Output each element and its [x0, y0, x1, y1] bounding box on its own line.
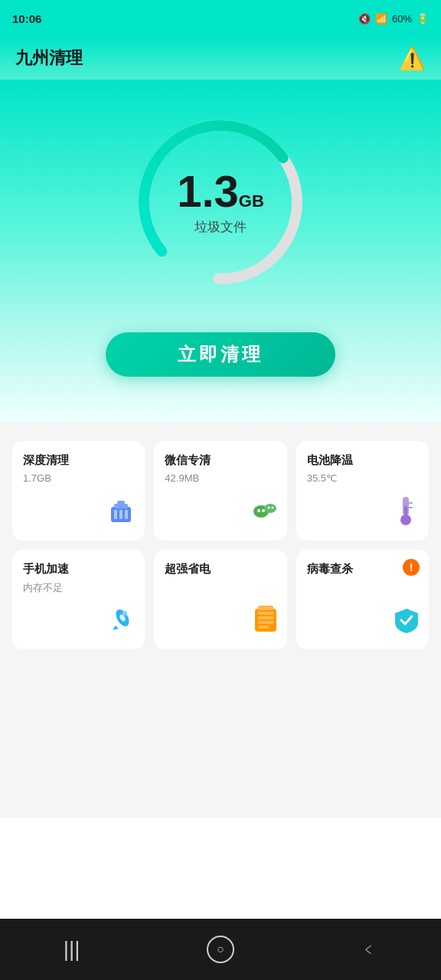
- battery-cool-card[interactable]: 电池降温 35.5℃: [296, 441, 429, 541]
- thermometer-icon: [394, 495, 418, 533]
- deep-clean-icon: [106, 496, 136, 531]
- speed-up-card[interactable]: 手机加速 内存不足: [12, 550, 145, 649]
- svg-point-13: [271, 507, 273, 509]
- power-save-card[interactable]: 超强省电: [154, 550, 286, 649]
- clean-button[interactable]: 立即清理: [106, 332, 335, 377]
- status-bar: 10:06 🔇 📶 60% 🔋: [0, 0, 441, 37]
- wifi-icon: 📶: [375, 13, 387, 24]
- battery-text: 60%: [392, 13, 412, 24]
- status-icons: 🔇 📶 60% 🔋: [358, 13, 429, 24]
- svg-marker-21: [113, 626, 119, 630]
- svg-rect-16: [404, 506, 407, 520]
- gauge-value: 1.3: [177, 169, 239, 214]
- svg-point-11: [262, 509, 265, 512]
- nav-home-icon[interactable]: ○: [207, 936, 234, 963]
- gauge-unit: GB: [239, 191, 264, 211]
- warning-icon[interactable]: ⚠️: [399, 46, 426, 71]
- navigation-bar: ||| ○ ﹤: [0, 919, 441, 980]
- svg-rect-4: [117, 501, 125, 505]
- svg-rect-5: [114, 510, 117, 519]
- battery-cool-temp: 35.5℃: [307, 472, 418, 484]
- battery-icon: 🔋: [416, 13, 429, 24]
- svg-point-10: [257, 509, 260, 512]
- svg-point-9: [264, 504, 276, 513]
- power-save-icon: [252, 604, 279, 642]
- power-save-title: 超强省电: [165, 562, 276, 577]
- wechat-icon: [250, 498, 279, 533]
- svg-rect-6: [119, 510, 122, 519]
- svg-rect-26: [258, 616, 273, 619]
- svg-rect-24: [258, 606, 273, 610]
- gauge-center: 1.3 GB 垃圾文件: [177, 169, 264, 236]
- svg-rect-25: [258, 612, 273, 615]
- app-header: 九州清理 ⚠️: [0, 37, 441, 80]
- wechat-clean-card[interactable]: 微信专清 42.9MB: [154, 441, 286, 541]
- wechat-clean-title: 微信专清: [165, 453, 276, 468]
- nav-recents-icon[interactable]: |||: [64, 937, 80, 962]
- svg-point-12: [267, 507, 270, 509]
- gauge-label: 垃圾文件: [194, 218, 247, 236]
- deep-clean-size: 1.7GB: [23, 472, 134, 484]
- battery-cool-title: 电池降温: [307, 453, 418, 468]
- mute-icon: 🔇: [358, 13, 371, 24]
- feature-grid-section: 深度清理 1.7GB 微信专清 42.9MB: [0, 423, 441, 665]
- svg-point-22: [122, 611, 127, 616]
- rocket-icon: [108, 606, 137, 642]
- storage-gauge: 1.3 GB 垃圾文件: [129, 110, 312, 294]
- hero-section: 1.3 GB 垃圾文件 立即清理: [0, 80, 441, 423]
- virus-scan-badge: !: [403, 559, 420, 576]
- feature-grid: 深度清理 1.7GB 微信专清 42.9MB: [12, 441, 429, 649]
- svg-rect-27: [258, 621, 273, 624]
- bottom-spacer: [0, 665, 441, 818]
- deep-clean-title: 深度清理: [23, 453, 134, 468]
- virus-scan-card[interactable]: 病毒查杀 !: [296, 550, 429, 649]
- svg-rect-28: [258, 626, 269, 629]
- virus-scan-title: 病毒查杀: [307, 562, 418, 577]
- svg-rect-7: [125, 510, 128, 519]
- status-time: 10:06: [12, 12, 41, 25]
- deep-clean-card[interactable]: 深度清理 1.7GB: [12, 441, 145, 541]
- speed-up-title: 手机加速: [23, 562, 134, 577]
- shield-check-icon: [392, 606, 421, 642]
- wechat-clean-size: 42.9MB: [165, 472, 276, 484]
- speed-up-subtitle: 内存不足: [23, 581, 134, 595]
- nav-back-icon[interactable]: ﹤: [361, 938, 377, 961]
- app-title: 九州清理: [15, 47, 83, 70]
